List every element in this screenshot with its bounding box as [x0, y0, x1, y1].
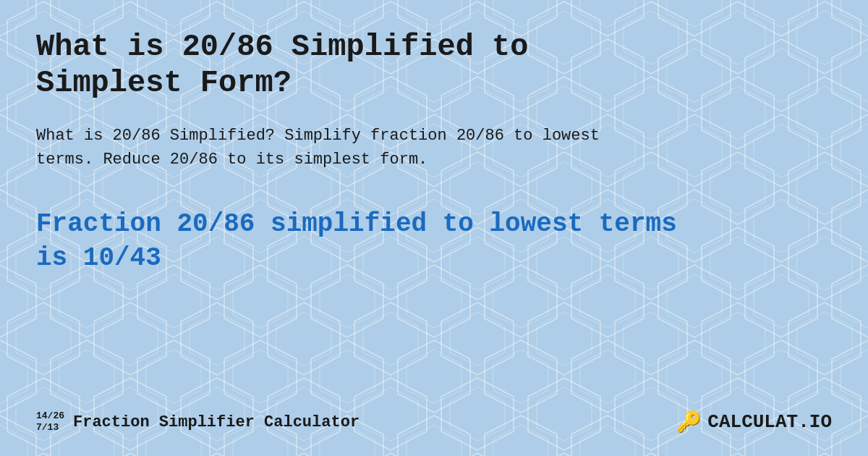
- footer-fraction-1: 14/26: [36, 410, 64, 422]
- page-description: What is 20/86 Simplified? Simplify fract…: [36, 124, 658, 172]
- result-heading: Fraction 20/86 simplified to lowest term…: [36, 208, 687, 276]
- footer-left: 14/26 7/13 Fraction Simplifier Calculato…: [36, 410, 359, 433]
- site-name: Fraction Simplifier Calculator: [73, 413, 359, 431]
- logo-text: CALCULAT.IO: [707, 411, 832, 433]
- footer: 14/26 7/13 Fraction Simplifier Calculato…: [36, 402, 832, 434]
- footer-fraction-2: 7/13: [36, 422, 64, 434]
- key-icon: 🔑: [676, 410, 702, 434]
- footer-fractions: 14/26 7/13: [36, 410, 64, 433]
- page-title: What is 20/86 Simplified to Simplest For…: [36, 29, 687, 102]
- logo-area: 🔑 CALCULAT.IO: [676, 410, 832, 434]
